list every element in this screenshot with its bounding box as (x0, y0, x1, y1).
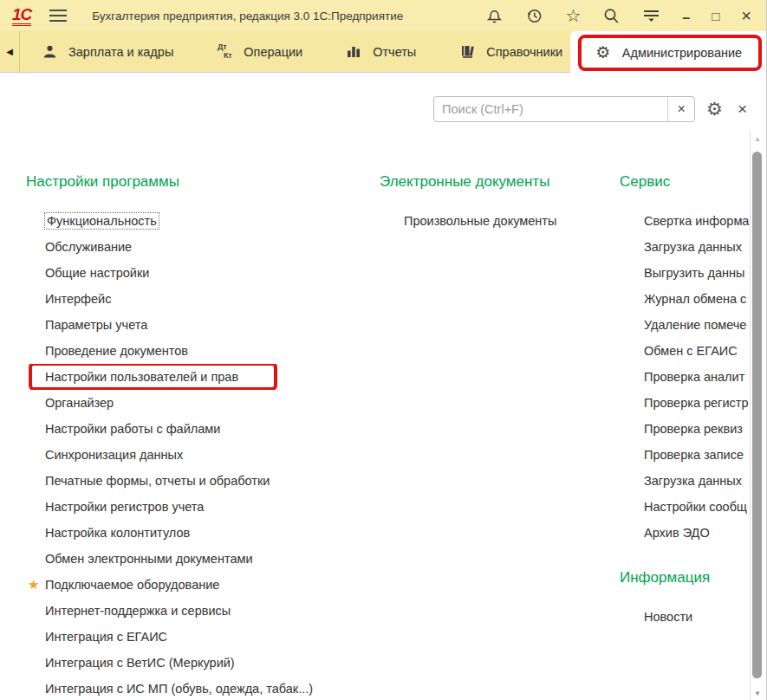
sections-scroll-left-icon[interactable]: ◀ (0, 47, 19, 56)
menu-item[interactable]: Проверка регистр (620, 390, 751, 416)
menu-item[interactable]: Загрузка данных (620, 468, 751, 494)
section-title: Электронные документы (380, 169, 607, 195)
window-title: Бухгалтерия предприятия, редакция 3.0 1С… (92, 10, 403, 23)
tab-label: Администрирование (622, 46, 742, 60)
menu-item[interactable]: Выгрузить данны (620, 260, 751, 286)
menu-item[interactable]: Проведение документов (26, 338, 373, 364)
menu-item[interactable]: Интеграция с ИС МП (обувь, одежда, табак… (26, 676, 373, 700)
panel-close-icon[interactable]: × (738, 100, 747, 119)
menu-item[interactable]: Журнал обмена с (620, 286, 751, 312)
menu-item-label: Настройки работы с файлами (45, 422, 220, 436)
notifications-bell-icon[interactable] (485, 7, 504, 25)
search-row: × ⚙ × (433, 96, 747, 122)
menu-item[interactable]: Проверка аналит (620, 364, 751, 390)
tab-catalogs[interactable]: Справочники (438, 31, 584, 73)
tab-operations[interactable]: ДтКтОперации (195, 31, 324, 73)
menu-item[interactable]: Проверка записе (620, 442, 751, 468)
menu-item[interactable]: Настройки регистров учета (26, 494, 373, 520)
menu-item[interactable]: Интеграция с ВетИС (Меркурий) (26, 650, 373, 676)
menu-item[interactable]: Функциональность (26, 208, 373, 234)
menu-item-label: Общие настройки (45, 266, 149, 280)
titlebar: 1С Бухгалтерия предприятия, редакция 3.0… (0, 0, 767, 31)
tab-administration[interactable]: ⚙Администрирование (570, 31, 767, 74)
titlebar-actions: ☆–□× (485, 7, 751, 25)
menu-item-label: Обслуживание (45, 240, 132, 254)
menu-item-label: Журнал обмена с (644, 292, 746, 306)
menu-item-label: Подключаемое оборудование (45, 578, 219, 592)
menu-item-label: Проверка аналит (644, 370, 744, 384)
menu-item[interactable]: Синхронизация данных (26, 442, 373, 468)
menu-item[interactable]: Интерфейс (26, 286, 373, 312)
menu-item[interactable]: Настройка колонтитулов (26, 520, 373, 546)
menu-item-label: Удаление помече (644, 318, 746, 332)
menu-item[interactable]: Обслуживание (26, 234, 373, 260)
history-icon[interactable] (525, 7, 543, 25)
menu-item-label: Интеграция с ВетИС (Меркурий) (45, 656, 235, 670)
section-tabs: Зарплата и кадрыДтКтОперацииОтчетыСправо… (20, 31, 584, 73)
menu-item[interactable]: Органайзер (26, 390, 373, 416)
menu-item-label: Архив ЭДО (644, 526, 710, 540)
menu-item[interactable]: Параметры учета (26, 312, 373, 338)
menu-item-label: Проверка записе (644, 448, 744, 462)
menu-item[interactable]: Настройки пользователей и прав (26, 364, 373, 390)
tab-label: Операции (244, 45, 302, 59)
menu-item-label: Настройки пользователей и прав (45, 370, 238, 384)
search-box: × (433, 96, 695, 122)
menu-item-label: Обмен электронными документами (45, 552, 253, 566)
books-icon (459, 44, 475, 59)
column-program-settings: Настройки программыФункциональностьОбслу… (26, 169, 373, 700)
scrollbar-thumb[interactable] (752, 152, 762, 678)
menu-item[interactable]: Печатные формы, отчеты и обработки (26, 468, 373, 494)
tab-reports[interactable]: Отчеты (324, 31, 438, 73)
service-menu-icon[interactable] (642, 8, 660, 23)
tab-salary[interactable]: Зарплата и кадры (20, 31, 195, 73)
menu-item-label: Настройки регистров учета (45, 500, 204, 514)
column-electronic-documents: Электронные документыПроизвольные докуме… (380, 169, 607, 234)
dtkt-icon: ДтКт (217, 43, 232, 60)
favorite-star-icon: ★ (28, 572, 39, 598)
menu-item[interactable]: Общие настройки (26, 260, 373, 286)
favorites-star-icon[interactable]: ☆ (565, 7, 581, 24)
menu-item[interactable]: Обмен с ЕГАИС (620, 338, 751, 364)
menu-item[interactable]: Новости (620, 604, 751, 630)
close-button[interactable]: × (741, 7, 751, 24)
menu-item[interactable]: Произвольные документы (380, 208, 607, 234)
tab-label: Справочники (486, 45, 562, 59)
menu-item[interactable]: ★Подключаемое оборудование (26, 572, 373, 598)
minimize-button[interactable]: – (682, 9, 690, 23)
menu-item[interactable]: Проверка реквиз (620, 416, 751, 442)
search-clear-icon[interactable]: × (667, 97, 694, 121)
menu-item[interactable]: Обмен электронными документами (26, 546, 373, 572)
scroll-up-icon[interactable]: ▲ (754, 135, 761, 143)
menu-item-label: Загрузка данных (644, 240, 742, 254)
menu-item-label: Печатные формы, отчеты и обработки (45, 474, 270, 488)
menu-item[interactable]: Интеграция с ЕГАИС (26, 624, 373, 650)
menu-item[interactable]: Свертка информа (620, 208, 751, 234)
section-title: Информация (620, 565, 751, 591)
maximize-button[interactable]: □ (712, 10, 719, 23)
menu-item[interactable]: Настройки работы с файлами (26, 416, 373, 442)
main-menu-hamburger-icon[interactable] (49, 9, 68, 23)
global-search-icon[interactable] (602, 7, 621, 25)
menu-item-label: Интернет-поддержка и сервисы (45, 604, 231, 618)
menu-item[interactable]: Архив ЭДО (620, 520, 751, 546)
scroll-down-icon[interactable]: ▼ (754, 690, 761, 697)
tab-label: Зарплата и кадры (68, 45, 173, 59)
menu-item-label: Новости (644, 610, 692, 624)
menu-item-label: Интеграция с ЕГАИС (45, 630, 167, 644)
menu-item-label: Выгрузить данны (644, 266, 744, 280)
search-input[interactable] (434, 102, 667, 116)
menu-item-label: Свертка информа (644, 214, 749, 228)
vertical-scrollbar[interactable]: ▲ ▼ (750, 130, 764, 700)
menu-item-label: Проведение документов (45, 344, 188, 358)
administration-panel: × ⚙ × Настройки программыФункциональност… (0, 73, 767, 700)
bar-chart-icon (346, 45, 361, 58)
menu-item-label: Органайзер (45, 396, 114, 410)
search-settings-gear-icon[interactable]: ⚙ (706, 100, 723, 119)
menu-item-label: Проверка реквиз (644, 422, 743, 436)
menu-item[interactable]: Загрузка данных (620, 234, 751, 260)
menu-item[interactable]: Удаление помече (620, 312, 751, 338)
menu-item-label: Настройка колонтитулов (45, 526, 190, 540)
menu-item[interactable]: Интернет-поддержка и сервисы (26, 598, 373, 624)
menu-item[interactable]: Настройки сообщ (620, 494, 751, 520)
